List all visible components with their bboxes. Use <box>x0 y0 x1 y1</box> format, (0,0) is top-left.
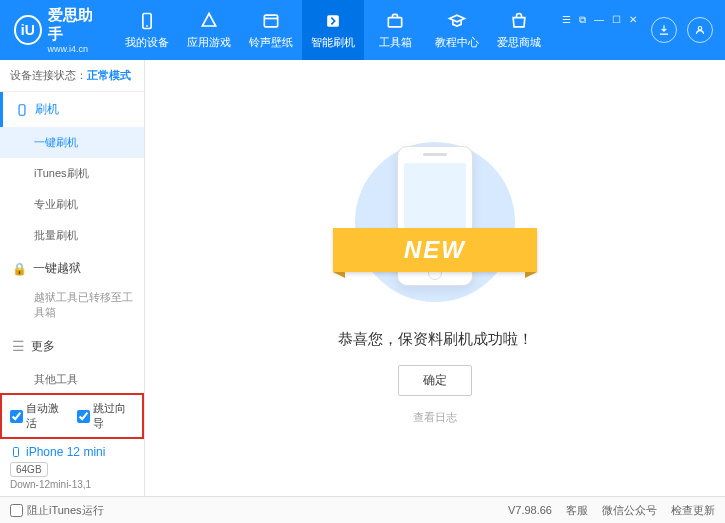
connection-mode: 正常模式 <box>87 69 131 81</box>
sidebar-head-more[interactable]: ☰ 更多 <box>0 329 144 364</box>
lock-icon: 🔒 <box>12 262 27 276</box>
sidebar-item-oneclick-flash[interactable]: 一键刷机 <box>0 127 144 158</box>
svg-rect-4 <box>327 15 339 27</box>
app-name: 爱思助手 <box>48 6 102 44</box>
phone-icon <box>15 103 29 117</box>
version-label: V7.98.66 <box>508 504 552 516</box>
device-name: iPhone 12 mini <box>10 445 134 459</box>
nav-apps-games[interactable]: 应用游戏 <box>178 0 240 60</box>
new-ribbon: NEW <box>333 228 537 272</box>
sidebar-head-jailbreak[interactable]: 🔒 一键越狱 <box>0 251 144 286</box>
checkbox-auto-activate[interactable]: 自动激活 <box>10 401 67 431</box>
svg-rect-5 <box>388 17 401 26</box>
nav-shop[interactable]: 爱思商城 <box>488 0 550 60</box>
sidebar-head-flash[interactable]: 刷机 <box>0 92 144 127</box>
phone-icon <box>10 446 22 458</box>
sidebar-item-pro-flash[interactable]: 专业刷机 <box>0 189 144 220</box>
footer: 阻止iTunes运行 V7.98.66 客服 微信公众号 检查更新 <box>0 496 725 523</box>
nav-toolbox[interactable]: 工具箱 <box>364 0 426 60</box>
confirm-button[interactable]: 确定 <box>398 365 472 396</box>
window-controls: ☰ ⧉ — ☐ ✕ <box>562 14 637 26</box>
svg-rect-8 <box>14 448 19 457</box>
nav-ringtone-wallpaper[interactable]: 铃声壁纸 <box>240 0 302 60</box>
check-update-link[interactable]: 检查更新 <box>671 503 715 518</box>
logo-icon: iU <box>14 15 42 45</box>
list-icon: ☰ <box>12 338 25 354</box>
minimize-icon[interactable]: — <box>594 14 604 26</box>
nav-my-device[interactable]: 我的设备 <box>116 0 178 60</box>
main-nav: 我的设备 应用游戏 铃声壁纸 智能刷机 工具箱 教程中心 爱思商城 <box>116 0 550 60</box>
device-info[interactable]: iPhone 12 mini 64GB Down-12mini-13,1 <box>0 439 144 496</box>
checkbox-row: 自动激活 跳过向导 <box>0 393 144 439</box>
download-button[interactable] <box>651 17 677 43</box>
menu-icon[interactable]: ☰ <box>562 14 571 26</box>
jailbreak-note: 越狱工具已转移至工具箱 <box>0 286 144 329</box>
view-log-link[interactable]: 查看日志 <box>413 410 457 425</box>
device-model: Down-12mini-13,1 <box>10 479 134 490</box>
user-button[interactable] <box>687 17 713 43</box>
close-icon[interactable]: ✕ <box>629 14 637 26</box>
block-itunes-checkbox[interactable]: 阻止iTunes运行 <box>10 503 104 518</box>
wechat-link[interactable]: 微信公众号 <box>602 503 657 518</box>
sidebar-item-batch-flash[interactable]: 批量刷机 <box>0 220 144 251</box>
sidebar-item-other-tools[interactable]: 其他工具 <box>0 364 144 393</box>
sidebar-item-itunes-flash[interactable]: iTunes刷机 <box>0 158 144 189</box>
lock-pin-icon[interactable]: ⧉ <box>579 14 586 26</box>
svg-rect-7 <box>19 104 25 115</box>
nav-smart-flash[interactable]: 智能刷机 <box>302 0 364 60</box>
app-url: www.i4.cn <box>48 44 102 54</box>
success-message: 恭喜您，保资料刷机成功啦！ <box>338 330 533 349</box>
customer-service-link[interactable]: 客服 <box>566 503 588 518</box>
svg-rect-2 <box>264 15 277 27</box>
app-header: iU 爱思助手 www.i4.cn 我的设备 应用游戏 铃声壁纸 智能刷机 工具… <box>0 0 725 60</box>
checkbox-skip-guide[interactable]: 跳过向导 <box>77 401 134 431</box>
maximize-icon[interactable]: ☐ <box>612 14 621 26</box>
sidebar: 设备连接状态：正常模式 刷机 一键刷机 iTunes刷机 专业刷机 批量刷机 🔒… <box>0 60 145 496</box>
svg-point-6 <box>698 27 702 31</box>
logo-area: iU 爱思助手 www.i4.cn <box>0 6 116 54</box>
nav-tutorial[interactable]: 教程中心 <box>426 0 488 60</box>
phone-illustration: NEW <box>345 132 525 312</box>
main-content: NEW 恭喜您，保资料刷机成功啦！ 确定 查看日志 <box>145 60 725 496</box>
connection-status: 设备连接状态：正常模式 <box>0 60 144 92</box>
header-right: ☰ ⧉ — ☐ ✕ <box>550 14 725 46</box>
storage-badge: 64GB <box>10 462 48 477</box>
